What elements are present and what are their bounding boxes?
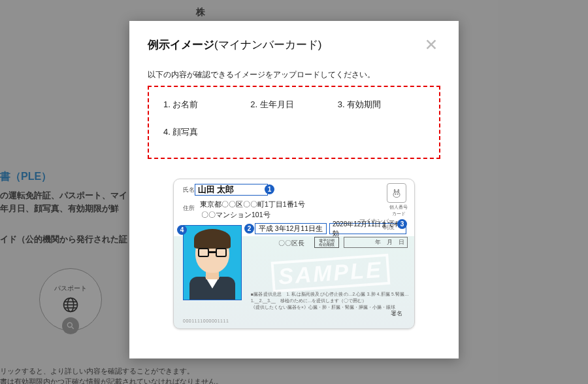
rabbit-logo-icon [387,183,406,203]
requirement-item: 2. 生年月日 [250,99,337,111]
close-icon [424,37,438,52]
address-line: 東京都〇〇区〇〇町1丁目1番1号 [200,200,305,209]
name-field-label: 氏名 [183,186,195,194]
close-button[interactable] [422,35,440,54]
address-field-label: 住所 [183,205,195,213]
svg-point-8 [395,194,396,194]
fine-print: ■臓器提供意思 1. 私は脳死後及び心停止後の…2.心臓 3.肺 4.肝臓 5.… [251,292,409,298]
modal-title: 例示イメージ(マイナンバーカード) [148,37,321,52]
callout-badge-1: 1 [265,184,274,194]
barcode-text: 0001111000001111 [183,319,229,323]
svg-point-9 [397,194,398,194]
example-image-modal: 例示イメージ(マイナンバーカード) 以下の内容が確認できるイメージをアップロード… [129,21,459,358]
address-line: 〇〇マンション101号 [201,211,270,220]
name-field-box: 山田 太郎 [195,184,268,196]
signer-label: 署名 [391,310,402,318]
callout-badge-2: 2 [244,224,254,234]
date-strip: 年 月 日 [344,237,408,248]
dob-field-box: 平成 3年12月11日生 [255,223,327,234]
fine-print: 1.__2.__3.__ 移植のために…を提供します（〇で囲む） [251,298,367,304]
requirement-item: 3. 有効期間 [338,99,425,111]
requirement-item: 1. お名前 [163,99,250,111]
expiry-field-box: 2028年12月11日まで有効 [329,223,406,234]
district-name: 〇〇区長 [278,239,304,248]
sample-watermark: SAMPLE [271,254,391,292]
fine-print: 《提供したくない臓器を×》心臓・肺・肝臓・腎臓・膵臓・小腸・眼球 [251,305,395,311]
photo-field-box [183,225,242,300]
mynumber-card-sample: 氏名 山田 太郎 1 住所 東京都〇〇区〇〇町1丁目1番1号 〇〇マンション10… [173,179,415,329]
svg-point-7 [393,192,400,197]
requirement-item: 4. 顔写真 [163,126,255,138]
stamp-box: 電子証明 有効期限 [314,237,339,248]
requirements-box: 1. お名前 2. 生年月日 3. 有効期間 4. 顔写真 [148,86,440,159]
card-logo-label: 個人番号 カード [389,204,408,217]
callout-badge-3: 3 [397,219,407,229]
callout-badge-4: 4 [177,225,187,235]
modal-instruction: 以下の内容が確認できるイメージをアップロードしてください。 [148,69,440,80]
